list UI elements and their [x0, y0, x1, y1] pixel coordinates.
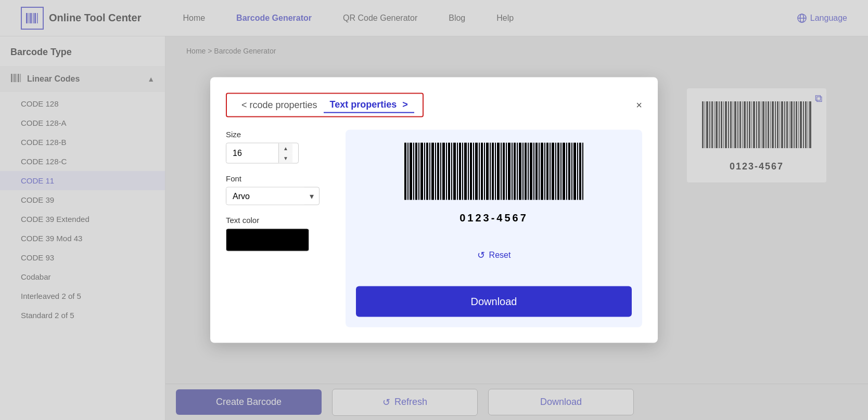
- svg-rect-69: [424, 143, 425, 200]
- modal-download-button[interactable]: Download: [356, 286, 632, 317]
- svg-rect-64: [410, 143, 412, 200]
- size-increment-button[interactable]: ▲: [279, 143, 292, 153]
- reset-icon: ↺: [477, 250, 485, 261]
- svg-rect-106: [525, 143, 527, 200]
- text-color-label: Text color: [226, 216, 330, 225]
- svg-rect-71: [429, 143, 430, 200]
- size-spinners: ▲ ▼: [278, 143, 292, 163]
- modal-tabs: < rcode properties Text properties >: [226, 93, 424, 117]
- svg-rect-116: [552, 143, 554, 200]
- svg-rect-75: [440, 143, 441, 200]
- svg-rect-92: [486, 143, 489, 200]
- svg-rect-119: [560, 143, 561, 200]
- reset-label: Reset: [489, 251, 511, 260]
- svg-rect-120: [563, 143, 565, 200]
- svg-rect-127: [582, 143, 583, 200]
- svg-rect-124: [573, 143, 576, 200]
- svg-rect-91: [484, 143, 485, 200]
- svg-rect-73: [435, 143, 436, 200]
- svg-rect-126: [579, 143, 581, 200]
- svg-rect-104: [519, 143, 521, 200]
- svg-rect-62: [404, 143, 406, 200]
- tab-rcode-properties[interactable]: < rcode properties: [235, 98, 324, 113]
- size-form-group: Size ▲ ▼: [226, 130, 330, 164]
- svg-rect-114: [546, 143, 548, 200]
- svg-rect-99: [506, 143, 507, 200]
- svg-rect-107: [528, 143, 529, 200]
- svg-rect-79: [451, 143, 452, 200]
- svg-rect-113: [544, 143, 545, 200]
- svg-rect-98: [503, 143, 505, 200]
- svg-rect-109: [533, 143, 534, 200]
- svg-rect-66: [415, 143, 417, 200]
- svg-rect-85: [468, 143, 469, 200]
- font-form-group: Font Arvo Arial Times New Roman Courier …: [226, 174, 330, 205]
- svg-rect-122: [568, 143, 570, 200]
- tab-right-arrow: >: [402, 99, 408, 110]
- svg-rect-88: [475, 143, 478, 200]
- size-decrement-button[interactable]: ▼: [279, 153, 292, 163]
- barcode-preview-container: 0123-4567: [400, 140, 588, 224]
- svg-rect-118: [557, 143, 559, 200]
- font-select[interactable]: Arvo Arial Times New Roman Courier Georg…: [226, 188, 304, 205]
- svg-rect-123: [571, 143, 572, 200]
- font-label: Font: [226, 174, 330, 183]
- svg-rect-78: [448, 143, 450, 200]
- modal-close-button[interactable]: ×: [636, 99, 642, 111]
- barcode-value-label: 0123-4567: [400, 212, 588, 224]
- svg-rect-95: [495, 143, 496, 200]
- svg-rect-110: [535, 143, 538, 200]
- svg-rect-111: [539, 143, 540, 200]
- svg-rect-105: [522, 143, 524, 200]
- size-label: Size: [226, 130, 330, 139]
- svg-rect-121: [566, 143, 567, 200]
- tab-text-properties[interactable]: Text properties >: [324, 97, 414, 113]
- svg-rect-103: [517, 143, 518, 200]
- svg-rect-112: [541, 143, 543, 200]
- svg-rect-65: [413, 143, 414, 200]
- text-color-form-group: Text color: [226, 216, 330, 252]
- svg-rect-96: [497, 143, 500, 200]
- svg-rect-115: [550, 143, 551, 200]
- modal-form: Size ▲ ▼ Font Arvo Arial Times New Roman: [226, 130, 330, 327]
- tab-text-properties-label: Text properties: [330, 99, 397, 110]
- size-input[interactable]: [226, 145, 278, 162]
- svg-rect-86: [470, 143, 472, 200]
- modal-header: < rcode properties Text properties > ×: [226, 93, 642, 117]
- svg-rect-68: [420, 143, 423, 200]
- svg-rect-117: [555, 143, 556, 200]
- svg-rect-81: [457, 143, 458, 200]
- font-select-wrap: Arvo Arial Times New Roman Courier Georg…: [226, 187, 320, 205]
- svg-rect-93: [490, 143, 491, 200]
- svg-rect-84: [464, 143, 467, 200]
- svg-rect-76: [442, 143, 445, 200]
- svg-rect-83: [462, 143, 463, 200]
- svg-rect-89: [479, 143, 480, 200]
- svg-rect-102: [514, 143, 516, 200]
- reset-button[interactable]: ↺ Reset: [477, 250, 511, 261]
- svg-rect-97: [501, 143, 502, 200]
- svg-rect-70: [426, 143, 428, 200]
- svg-rect-125: [577, 143, 578, 200]
- chevron-down-icon: ▾: [304, 191, 319, 201]
- svg-rect-94: [492, 143, 494, 200]
- svg-rect-90: [481, 143, 483, 200]
- svg-rect-72: [431, 143, 434, 200]
- modal-barcode-preview: 0123-4567 ↺ Reset Download: [346, 130, 642, 327]
- modal-dialog: < rcode properties Text properties > × S…: [210, 77, 658, 343]
- svg-rect-82: [459, 143, 461, 200]
- text-color-swatch[interactable]: [226, 229, 309, 252]
- svg-rect-80: [453, 143, 456, 200]
- svg-rect-74: [437, 143, 439, 200]
- svg-rect-87: [473, 143, 474, 200]
- svg-rect-63: [407, 143, 409, 200]
- svg-rect-67: [418, 143, 419, 200]
- svg-rect-108: [530, 143, 532, 200]
- svg-rect-100: [508, 143, 510, 200]
- size-input-wrap: ▲ ▼: [226, 143, 299, 164]
- svg-rect-77: [446, 143, 447, 200]
- barcode-preview-svg: [400, 140, 588, 208]
- modal-body: Size ▲ ▼ Font Arvo Arial Times New Roman: [226, 130, 642, 327]
- svg-rect-101: [512, 143, 513, 200]
